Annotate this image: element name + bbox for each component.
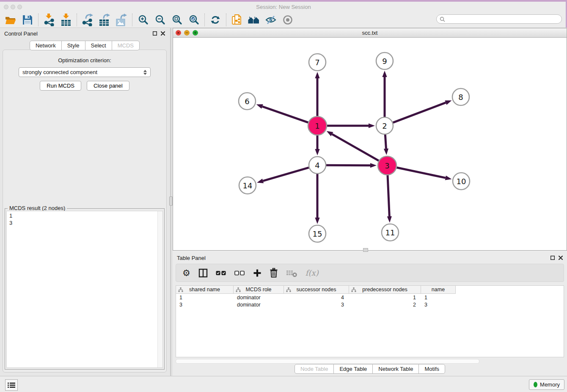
search-box[interactable] <box>436 14 562 24</box>
zoom-in-icon <box>138 14 149 25</box>
maximize-window-button[interactable] <box>17 5 22 9</box>
close-panel-button[interactable]: Close panel <box>87 81 129 91</box>
save-session-button[interactable] <box>19 13 36 27</box>
run-mcds-button[interactable]: Run MCDS <box>40 81 81 91</box>
edge-arrowhead-icon <box>370 163 377 168</box>
zoom-out-icon <box>155 14 165 25</box>
tab-node-table[interactable]: Node Table <box>295 364 334 373</box>
column-label: shared name <box>189 287 220 293</box>
cell-successor-nodes[interactable]: 3 <box>284 301 349 308</box>
cell-successor-nodes[interactable]: 4 <box>284 294 349 301</box>
unselect-all-columns-button[interactable] <box>234 271 245 276</box>
tab-select[interactable]: Select <box>85 41 112 50</box>
list-icon <box>8 382 15 388</box>
zoom-selected-icon <box>189 14 199 25</box>
column-header-mcds-role[interactable]: MCDS role <box>234 286 284 294</box>
import-table-button[interactable] <box>58 13 74 27</box>
refresh-layout-button[interactable] <box>207 13 224 27</box>
tab-edge-table[interactable]: Edge Table <box>333 364 372 373</box>
edge-arrowhead-icon <box>315 218 319 224</box>
clone-network-button[interactable] <box>228 13 245 27</box>
show-graphics-details-button[interactable] <box>279 13 296 27</box>
cell-name[interactable]: 1 <box>421 294 456 301</box>
search-icon <box>440 17 445 22</box>
export-table-button[interactable] <box>96 13 113 27</box>
canvas-resize-handle[interactable] <box>363 248 368 252</box>
minimize-view-button[interactable] <box>184 30 190 36</box>
function-builder-button[interactable]: f(x) <box>306 268 319 277</box>
cell-mcds-role[interactable]: dominator <box>234 294 284 301</box>
import-network-button[interactable] <box>41 13 58 27</box>
edge-arrowhead-icon <box>256 104 263 109</box>
graph-edge-3-11[interactable] <box>388 175 389 216</box>
cell-predecessor-nodes[interactable]: 1 <box>349 294 421 301</box>
delete-column-button[interactable] <box>270 268 278 278</box>
cell-name[interactable]: 3 <box>421 301 456 308</box>
cell-mcds-role[interactable]: dominator <box>234 301 284 308</box>
tab-motifs[interactable]: Motifs <box>418 364 445 373</box>
table-row[interactable]: 3 dominator 3 2 3 <box>176 301 456 308</box>
zoom-fit-button[interactable] <box>168 13 185 27</box>
zoom-fit-icon <box>172 14 182 25</box>
cell-shared-name[interactable]: 1 <box>176 294 234 301</box>
splitter-handle[interactable] <box>169 196 173 206</box>
graph-edge-4-14[interactable] <box>263 168 308 181</box>
table-settings-button[interactable]: ⚙ <box>182 268 190 277</box>
memory-button[interactable]: Memory <box>529 379 564 390</box>
graph-edge-2-3[interactable] <box>385 135 386 149</box>
export-image-button[interactable] <box>113 13 130 27</box>
close-table-panel-icon[interactable] <box>559 256 563 260</box>
column-header-successor-nodes[interactable]: successor nodes <box>284 286 349 294</box>
edge-arrowhead-icon <box>382 71 387 77</box>
graph-edge-1-6[interactable] <box>262 107 308 123</box>
zoom-in-button[interactable] <box>135 13 151 27</box>
network-graph[interactable]: 7968124314101511 <box>173 38 567 250</box>
table-horizontal-scrollbar[interactable] <box>176 359 479 364</box>
minimize-window-button[interactable] <box>11 5 15 9</box>
tab-network[interactable]: Network <box>30 41 61 50</box>
delete-table-button[interactable] <box>286 269 297 277</box>
task-history-button[interactable] <box>5 379 18 391</box>
network-window-titlebar[interactable]: scc.txt <box>173 28 567 38</box>
column-header-predecessor-nodes[interactable]: predecessor nodes <box>349 286 421 294</box>
vertical-splitter[interactable] <box>169 28 173 376</box>
tab-network-table[interactable]: Network Table <box>372 364 418 373</box>
close-window-button[interactable] <box>4 5 8 9</box>
criterion-dropdown[interactable]: strongly connected component <box>19 67 151 77</box>
home-button[interactable] <box>245 13 262 27</box>
mcds-result-text[interactable]: 1 3 <box>6 211 163 368</box>
show-columns-button[interactable] <box>198 268 208 278</box>
cell-shared-name[interactable]: 3 <box>176 301 234 308</box>
network-canvas[interactable]: 7968124314101511 <box>173 38 567 251</box>
float-table-panel-icon[interactable] <box>550 256 555 260</box>
export-network-icon <box>82 14 94 26</box>
hide-graphics-details-button[interactable] <box>262 13 279 27</box>
tab-style[interactable]: Style <box>61 41 85 50</box>
open-session-button[interactable] <box>2 13 19 27</box>
zoom-out-button[interactable] <box>151 13 168 27</box>
close-panel-icon[interactable] <box>161 31 165 36</box>
select-all-columns-button[interactable] <box>216 271 226 276</box>
graph-edge-3-1[interactable] <box>332 134 379 161</box>
zoom-selected-button[interactable] <box>185 13 202 27</box>
tree-icon <box>236 287 241 292</box>
create-column-button[interactable] <box>253 269 261 277</box>
table-row[interactable]: 1 dominator 4 1 1 <box>176 294 456 301</box>
graph-edge-2-8[interactable] <box>393 102 446 122</box>
column-header-shared-name[interactable]: shared name <box>176 286 234 294</box>
tree-icon <box>178 287 183 292</box>
graph-edge-3-10[interactable] <box>397 168 446 178</box>
graph-edge-4-3[interactable] <box>326 165 370 166</box>
table-header-row: shared name MCDS role <box>176 286 456 294</box>
cell-predecessor-nodes[interactable]: 2 <box>349 301 421 308</box>
float-panel-icon[interactable] <box>153 31 157 36</box>
tab-mcds[interactable]: MCDS <box>112 41 139 50</box>
close-view-button[interactable] <box>176 30 181 36</box>
result-scrollbar[interactable] <box>157 211 162 367</box>
maximize-view-button[interactable] <box>193 30 198 36</box>
search-input[interactable] <box>447 16 561 23</box>
home-icon <box>248 15 260 25</box>
graph-node-label: 10 <box>457 177 466 186</box>
column-header-name[interactable]: name <box>421 286 456 294</box>
export-network-button[interactable] <box>79 13 96 27</box>
